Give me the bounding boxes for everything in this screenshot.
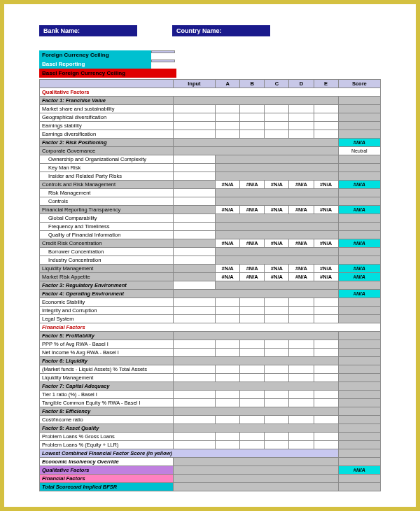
fcc-value[interactable] xyxy=(151,50,175,53)
f4-item: Legal System xyxy=(40,315,174,323)
f2-ctrl-item: Risk Management xyxy=(40,189,174,197)
f1-item: Market share and sustainability xyxy=(40,105,174,113)
col-e: E xyxy=(314,80,338,88)
f2-liq: Liquidity Management xyxy=(40,265,174,273)
basel-value[interactable] xyxy=(151,59,175,62)
col-d: D xyxy=(289,80,314,88)
total-bfsr: Total Scorecard Implied BFSR xyxy=(40,483,174,491)
fin-final: Financial Factors xyxy=(40,475,174,483)
f2-credit-item: Borrower Concentration xyxy=(40,248,174,256)
f9-item: Problem Loans % (Equity + LLR) xyxy=(40,441,174,449)
f4-head: Factor 4: Operating Environment xyxy=(40,290,174,298)
fcc-label: Foreign Currency Ceiling xyxy=(39,50,151,59)
f2-corp-item: Key Man Risk xyxy=(40,164,174,172)
f2-corp: Corporate Governance xyxy=(40,147,174,155)
f5-head: Factor 5: Profitability xyxy=(40,332,174,340)
col-b: B xyxy=(240,80,265,88)
f2-credit: Credit Risk Concentration xyxy=(40,239,174,248)
col-score: Score xyxy=(338,80,380,88)
f9-head: Factor 9: Asset Quality xyxy=(40,424,174,433)
bank-name-label: Bank Name: xyxy=(39,25,137,36)
f2-ctrl-item: Controls xyxy=(40,197,174,206)
f3-head: Factor 3: Regulatory Environment xyxy=(40,281,174,290)
f6-head: Factor 6: Liquidity xyxy=(40,357,174,365)
f1-item: Earnings diversification xyxy=(40,130,174,139)
country-name-label: Country Name: xyxy=(172,25,270,36)
f5-item: Net Income % Avg RWA - Basel I xyxy=(40,349,174,357)
meta-block: Foreign Currency Ceiling Basel Reporting… xyxy=(39,50,381,78)
col-a: A xyxy=(216,80,240,88)
red-bar-label: Basel Foreign Currency Ceiling xyxy=(39,69,176,78)
header-row-cols: Input A B C D E Score xyxy=(40,80,381,88)
f2-credit-item: Industry Concentration xyxy=(40,256,174,265)
f2-fin-item: Global Comparability xyxy=(40,214,174,223)
f2-mkt: Market Risk Appetite xyxy=(40,273,174,281)
f4-item: Integrity and Corruption xyxy=(40,307,174,315)
financial-header: Financial Factors xyxy=(40,323,381,332)
lowest-score: Lowest Combined Financial Factor Score (… xyxy=(40,449,339,458)
f8-item: Cost/Income ratio xyxy=(40,416,174,424)
econ-override: Economic Insolvency Override xyxy=(40,458,174,466)
f9-item: Problem Loans % Gross Loans xyxy=(40,433,174,441)
header-row: Bank Name: Country Name: xyxy=(39,25,381,36)
f1-item: Earnings stability xyxy=(40,122,174,130)
f1-head: Factor 1: Franchise Value xyxy=(40,97,174,105)
f1-item: Geographical diversification xyxy=(40,113,174,122)
f2-corp-item: Insider and Related Party Risks xyxy=(40,172,174,181)
f2-fin: Financial Reporting Transparency xyxy=(40,206,174,214)
f7-item: Tier 1 ratio (%) - Basel I xyxy=(40,391,174,399)
qual-final: Qualitative Factors xyxy=(40,466,174,475)
f2-ctrl: Controls and Risk Management xyxy=(40,181,174,189)
f2-corp-score: Neutral xyxy=(338,147,380,155)
f6-item: Liquidity Management xyxy=(40,374,174,382)
f7-head: Factor 7: Capital Adequacy xyxy=(40,382,174,391)
f8-head: Factor 8: Efficiency xyxy=(40,407,174,416)
f2-score: #N/A xyxy=(338,139,380,147)
col-c: C xyxy=(265,80,289,88)
f7-item: Tangible Common Equity % RWA - Basel I xyxy=(40,399,174,407)
f2-corp-item: Ownership and Organizational Complexity xyxy=(40,155,174,164)
scorecard-table: Input A B C D E Score Qualitative Factor… xyxy=(39,79,381,491)
f4-item: Economic Stability xyxy=(40,298,174,307)
f6-item: (Market funds - Liquid Assets) % Total A… xyxy=(40,365,174,374)
col-input: Input xyxy=(173,80,215,88)
f5-item: PPP % of Avg RWA - Basel I xyxy=(40,340,174,349)
f2-fin-item: Frequency and Timeliness xyxy=(40,223,174,231)
f2-fin-item: Quality of Financial Information xyxy=(40,231,174,239)
qualitative-header: Qualitative Factors xyxy=(40,88,381,97)
col-blank xyxy=(40,80,174,88)
basel-label: Basel Reporting xyxy=(39,59,151,69)
f2-head: Factor 2: Risk Positioning xyxy=(40,139,174,147)
